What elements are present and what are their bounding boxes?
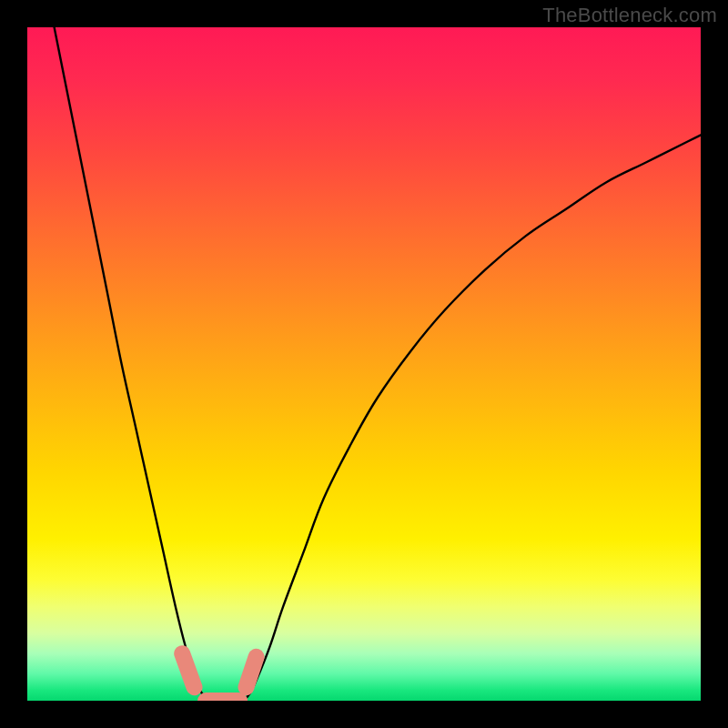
watermark-text: TheBottleneck.com	[542, 4, 717, 27]
curve-path	[55, 27, 701, 701]
plot-area	[27, 27, 701, 701]
chart-frame: TheBottleneck.com	[0, 0, 728, 728]
marker-capsule	[247, 657, 257, 687]
curve-markers	[182, 653, 256, 701]
curve-layer	[27, 27, 701, 701]
bottleneck-curve	[55, 27, 701, 701]
marker-capsule	[182, 653, 194, 687]
